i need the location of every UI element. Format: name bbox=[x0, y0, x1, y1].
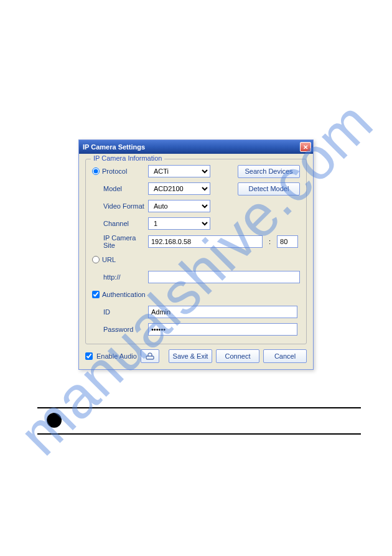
bottom-bar: Enable Audio Save & Exit Connect Cancel bbox=[85, 349, 307, 363]
channel-label: Channel bbox=[103, 220, 129, 227]
device-icon-button[interactable] bbox=[141, 349, 159, 363]
titlebar: IP Camera Settings ✕ bbox=[79, 140, 313, 154]
connect-button[interactable]: Connect bbox=[216, 349, 259, 363]
url-label: URL bbox=[102, 256, 116, 263]
svg-rect-0 bbox=[146, 356, 154, 359]
http-prefix-label: http:// bbox=[103, 273, 121, 281]
bullet-icon bbox=[47, 413, 62, 428]
group-legend: IP Camera Information bbox=[91, 154, 164, 162]
divider-bottom bbox=[37, 433, 361, 435]
ip-camera-site-input[interactable] bbox=[148, 235, 263, 248]
device-icon bbox=[146, 352, 154, 360]
port-input[interactable] bbox=[277, 235, 298, 248]
protocol-radio[interactable] bbox=[92, 167, 100, 175]
url-input[interactable] bbox=[148, 271, 300, 283]
ip-camera-site-label: IP Camera Site bbox=[103, 234, 148, 249]
dialog-body: IP Camera Information Protocol ACTi Sear… bbox=[79, 154, 313, 369]
port-separator: : bbox=[269, 238, 271, 245]
close-button[interactable]: ✕ bbox=[300, 142, 311, 152]
password-label: Password bbox=[103, 326, 133, 333]
ip-camera-settings-dialog: IP Camera Settings ✕ IP Camera Informati… bbox=[78, 139, 314, 370]
model-select[interactable]: ACD2100 bbox=[148, 182, 210, 195]
search-devices-button[interactable]: Search Devices bbox=[238, 165, 300, 178]
id-input[interactable] bbox=[148, 306, 297, 318]
enable-audio-checkbox[interactable] bbox=[85, 352, 93, 360]
detect-model-button[interactable]: Detect Model bbox=[238, 182, 300, 196]
cancel-button[interactable]: Cancel bbox=[263, 349, 307, 363]
id-label: ID bbox=[103, 308, 110, 316]
video-format-label: Video Format bbox=[103, 202, 144, 210]
divider-top bbox=[37, 407, 361, 408]
video-format-select[interactable]: Auto bbox=[148, 200, 210, 212]
save-exit-button[interactable]: Save & Exit bbox=[169, 349, 212, 363]
channel-select[interactable]: 1 bbox=[148, 217, 210, 230]
protocol-select[interactable]: ACTi bbox=[148, 165, 210, 177]
protocol-label: Protocol bbox=[102, 167, 127, 175]
enable-audio-label: Enable Audio bbox=[96, 352, 137, 360]
authentication-label: Authentication bbox=[102, 291, 146, 298]
ip-camera-info-group: IP Camera Information Protocol ACTi Sear… bbox=[85, 159, 307, 344]
model-label: Model bbox=[103, 185, 122, 192]
url-radio[interactable] bbox=[92, 256, 100, 263]
dialog-title: IP Camera Settings bbox=[83, 143, 145, 151]
password-input[interactable] bbox=[148, 323, 297, 336]
authentication-checkbox[interactable] bbox=[92, 291, 100, 298]
close-icon: ✕ bbox=[303, 144, 308, 151]
